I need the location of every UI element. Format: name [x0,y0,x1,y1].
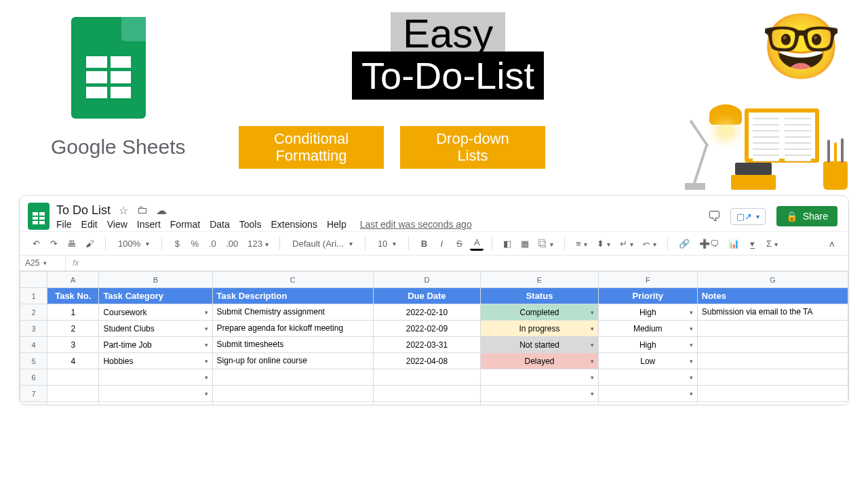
chip-conditional-formatting: ConditionalFormatting [239,126,384,169]
comments-icon[interactable]: 🗨 [707,209,719,224]
menu-bar: File Edit View Insert Format Data Tools … [56,219,472,230]
v-align-icon[interactable]: ⬍ [594,237,613,251]
fill-color-icon[interactable]: ◧ [500,237,514,251]
format-percent-icon[interactable]: % [188,237,201,251]
name-box[interactable]: A25▾ [20,256,66,270]
col-header[interactable]: D [373,272,481,288]
table-row[interactable]: 8 [20,402,848,406]
title-todolist: To-Do-List [352,52,544,100]
print-icon[interactable]: 🖶 [64,237,79,251]
col-header[interactable]: C [212,272,373,288]
share-label: Share [803,211,828,222]
col-header[interactable]: B [99,272,212,288]
text-wrap-icon[interactable]: ↵ [617,237,636,251]
sheets-wordmark: Google Sheets [51,136,185,159]
collapse-toolbar-icon[interactable]: ʌ [825,237,839,251]
lock-icon: 🔒 [786,211,797,222]
menu-data[interactable]: Data [210,219,230,230]
merge-cells-icon[interactable]: ⿻ [536,237,556,251]
row-header[interactable]: 7 [20,386,47,402]
present-icon: ▢↗ [736,211,752,222]
menu-file[interactable]: File [56,219,72,230]
strike-icon[interactable]: S [452,237,466,251]
last-edit-link[interactable]: Last edit was seconds ago [360,219,472,230]
present-button[interactable]: ▢↗▾ [730,208,766,225]
menu-extensions[interactable]: Extensions [271,219,317,230]
table-row[interactable]: 2 1 Coursework Submit Chemistry assignme… [20,304,848,321]
title-block: Easy To-Do-List [352,12,544,97]
nerd-face-icon: 🤓 [762,15,841,79]
desk-illustration [644,78,848,190]
row-header[interactable]: 4 [20,337,47,353]
share-button[interactable]: 🔒 Share [776,206,837,226]
cloud-status-icon[interactable]: ☁ [155,204,167,217]
spreadsheet-grid[interactable]: A B C D E F G 1 Task No.Task CategoryTas… [20,271,848,405]
paint-format-icon[interactable]: 🖌 [83,237,97,251]
table-row[interactable]: 3 2 Student Clubs Prepare agenda for kic… [20,321,848,337]
redo-icon[interactable]: ↷ [47,237,60,251]
feature-chips: ConditionalFormatting Drop-downLists [239,126,545,169]
star-icon[interactable]: ☆ [117,204,130,217]
move-icon[interactable]: 🗀 [136,204,149,216]
col-header[interactable]: A [47,272,99,288]
zoom-select[interactable]: 100% [114,237,153,250]
table-row[interactable]: 5 4 Hobbies Sign-up for online course 20… [20,353,848,369]
text-color-icon[interactable]: A [470,236,484,251]
menu-format[interactable]: Format [170,219,200,230]
insert-comment-icon[interactable]: ➕🗨 [696,237,722,251]
title-easy: Easy [391,12,505,55]
sheets-logo-icon[interactable] [28,203,50,230]
insert-chart-icon[interactable]: 📊 [726,237,742,251]
increase-decimal-icon[interactable]: .00 [223,237,241,251]
row-header[interactable]: 1 [20,288,47,304]
undo-icon[interactable]: ↶ [29,237,43,251]
table-row[interactable]: 6 [20,369,848,386]
decrease-decimal-icon[interactable]: .0 [205,237,219,251]
menu-tools[interactable]: Tools [239,219,262,230]
row-header[interactable]: 2 [20,304,47,321]
hero-banner: Google Sheets Easy To-Do-List Conditiona… [0,0,868,190]
table-row[interactable]: 7 [20,386,848,402]
borders-icon[interactable]: ▦ [518,237,532,251]
more-formats-icon[interactable]: 123 [245,237,271,251]
sheets-app-window: To Do List ☆ 🗀 ☁ File Edit View Insert F… [19,195,849,405]
document-bar: To Do List ☆ 🗀 ☁ File Edit View Insert F… [20,196,848,231]
select-all-corner[interactable] [20,272,47,288]
menu-help[interactable]: Help [327,219,347,230]
formula-bar[interactable]: fx [66,256,85,270]
font-select[interactable]: Default (Ari... [288,237,357,250]
chip-dropdown-lists: Drop-downLists [400,126,545,169]
menu-insert[interactable]: Insert [137,219,161,230]
row-header[interactable]: 3 [20,321,47,337]
row-header[interactable]: 8 [20,402,47,406]
col-header[interactable]: E [481,272,599,288]
menu-view[interactable]: View [107,219,127,230]
format-currency-icon[interactable]: $ [170,237,184,251]
name-box-row: A25▾ fx [20,256,848,271]
col-header[interactable]: F [598,272,697,288]
column-header-row[interactable]: A B C D E F G [20,272,848,288]
table-row[interactable]: 4 3 Part-time Job Submit timesheets 2022… [20,337,848,353]
menu-edit[interactable]: Edit [81,219,98,230]
functions-icon[interactable]: Σ [764,237,781,251]
row-header[interactable]: 6 [20,369,47,386]
italic-icon[interactable]: I [435,237,448,251]
insert-link-icon[interactable]: 🔗 [676,237,692,251]
row-header[interactable]: 5 [20,353,47,369]
bold-icon[interactable]: B [417,237,431,251]
document-title[interactable]: To Do List [56,203,111,218]
sheets-logo-large [71,17,146,119]
text-rotate-icon[interactable]: ⤺ [640,237,659,251]
toolbar: ↶ ↷ 🖶 🖌 100% $ % .0 .00 123 Default (Ari… [20,231,848,256]
font-size-select[interactable]: 10 [374,237,400,250]
col-header[interactable]: G [697,272,848,288]
table-header-row[interactable]: 1 Task No.Task CategoryTask Description … [20,288,848,304]
h-align-icon[interactable]: ≡ [573,237,590,251]
filter-icon[interactable]: ▾̲ [746,237,760,251]
